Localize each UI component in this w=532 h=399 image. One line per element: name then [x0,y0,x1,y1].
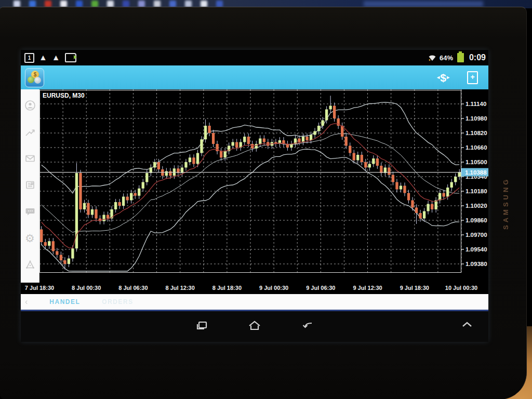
sidebar-item-mail[interactable] [24,153,36,164]
background-window-blur [364,1,483,7]
time-axis-label: 8 Jul 06:30 [118,285,148,291]
status-bar-notifications: 1 ▲︎ ▲︎ [21,53,428,63]
status-bar: 1 ▲︎ ▲︎ 64% 0:09 [21,50,488,65]
time-axis-label: 9 Jul 00:30 [259,285,288,291]
envelope-icon [24,153,36,164]
svg-text:1.09860: 1.09860 [466,217,487,223]
bottom-tab-bar: ‹ HANDEL ORDERS [21,294,488,310]
newspaper-icon [24,179,36,191]
sidebar: ⚙︎ [21,89,39,283]
clock-label: 0:09 [469,53,486,62]
recent-apps-button[interactable] [195,320,208,334]
tab-handel[interactable]: HANDEL [49,298,80,305]
svg-text:1.10020: 1.10020 [466,203,487,209]
arrow-left-icon: ◂ [437,75,440,80]
metatrader-logo-icon[interactable]: $ [25,68,44,87]
svg-text:1.10180: 1.10180 [466,188,487,194]
svg-text:1.10820: 1.10820 [466,130,487,136]
svg-text:1.09380: 1.09380 [466,261,487,267]
toolbar-actions: ◂ $ ▸ [437,71,488,84]
expand-button[interactable] [460,321,474,330]
trend-arrow-icon [24,126,36,138]
svg-text:1.09700: 1.09700 [466,232,487,238]
sidebar-item-quotes[interactable] [24,100,36,111]
samsung-logo: SAMSUNG [502,159,523,247]
time-axis-label: 7 Jul 18:30 [25,285,54,291]
gear-icon: ⚙︎ [25,233,35,244]
svg-text:1.10388: 1.10388 [465,169,487,176]
time-axis-label: 8 Jul 18:30 [212,285,242,291]
time-axis-label: 9 Jul 18:30 [400,285,429,291]
sidebar-item-settings[interactable]: ⚙︎ [24,232,36,244]
android-navbar [21,310,488,342]
time-axis-label: 9 Jul 06:30 [306,285,335,291]
photo-scene: SAMSUNG 1 ▲︎ ▲︎ 64% 0:09 [0,0,532,399]
tab-orders[interactable]: ORDERS [102,298,133,305]
tablet-screen: 1 ▲︎ ▲︎ 64% 0:09 $ [21,50,488,342]
app-toolbar: $ ◂ $ ▸ [21,65,488,89]
back-button[interactable] [301,320,314,334]
sidebar-item-about[interactable] [24,259,36,270]
svg-text:1.10500: 1.10500 [466,159,487,165]
battery-percent-label: 64% [440,54,453,62]
wifi-icon [428,55,436,61]
time-axis: 7 Jul 18:308 Jul 00:308 Jul 06:308 Jul 1… [21,283,488,294]
main-area: ⚙︎ 1.111401.109801.108201.106601.10500 [21,89,488,283]
recent-apps-icon [195,320,208,331]
warning-icon: ▲︎ [52,54,60,62]
screen-capture-icon [65,53,76,62]
chat-bubble-icon [24,206,36,217]
arrow-right-icon: ▸ [447,75,449,80]
sidebar-item-news[interactable] [24,179,36,191]
time-axis-label: 8 Jul 12:30 [166,285,195,291]
time-axis-label: 10 Jul 00:30 [445,285,477,291]
back-icon [301,320,314,331]
new-order-icon[interactable] [467,71,478,84]
svg-text:EURUSD, M30: EURUSD, M30 [43,92,85,99]
svg-text:1.11140: 1.11140 [466,101,486,107]
home-button[interactable] [248,320,261,334]
chevron-left-icon[interactable]: ‹ [25,297,28,307]
tablet-bezel: SAMSUNG 1 ▲︎ ▲︎ 64% 0:09 [0,7,527,399]
warning-icon: ▲︎ [39,54,47,62]
price-chart-svg: 1.111401.109801.108201.106601.105001.103… [39,89,488,283]
home-icon [248,320,261,331]
network-triangle-icon [24,259,36,270]
chevron-up-icon [460,321,474,328]
status-bar-system: 64% 0:09 [428,53,488,62]
price-chart[interactable]: 1.111401.109801.108201.106601.105001.103… [39,89,488,283]
time-axis-label: 9 Jul 12:30 [353,285,382,291]
notification-count-icon: 1 [24,53,34,63]
time-axis-label: 8 Jul 00:30 [72,285,101,291]
coin-icon [34,77,41,84]
battery-icon [457,53,464,62]
svg-text:1.09540: 1.09540 [466,246,487,252]
svg-text:1.10660: 1.10660 [466,144,487,151]
coin-icon [28,76,34,83]
trade-icon[interactable]: ◂ $ ▸ [437,72,449,83]
svg-text:1.10980: 1.10980 [466,115,487,122]
person-circle-icon [24,100,36,111]
sidebar-item-charts[interactable] [24,126,36,138]
sidebar-item-chat[interactable] [24,206,36,217]
